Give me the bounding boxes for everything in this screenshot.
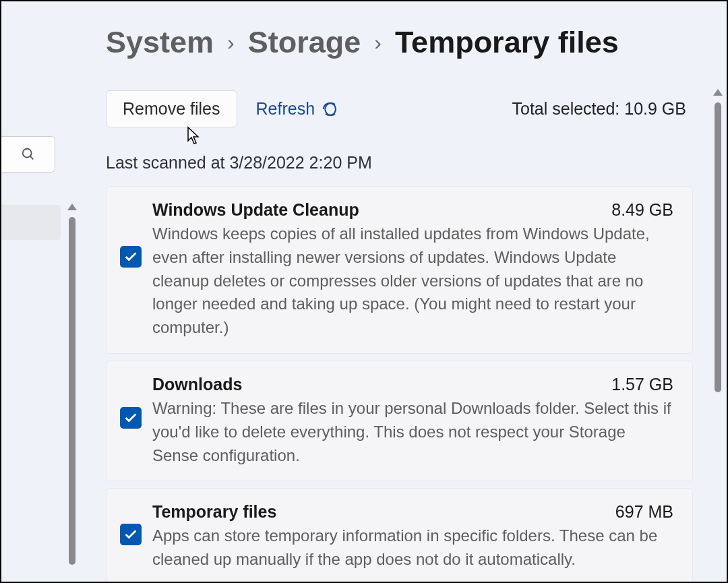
- toolbar: Remove files Refresh Total selected: 10.…: [106, 90, 693, 127]
- item-title: Downloads: [152, 375, 242, 394]
- checkbox[interactable]: [120, 407, 142, 429]
- item-description: Warning: These are files in your persona…: [152, 397, 673, 467]
- scrollbar-vertical[interactable]: [713, 89, 723, 561]
- item-description: Windows keeps copies of all installed up…: [152, 222, 673, 340]
- chevron-right-icon: ›: [227, 30, 235, 55]
- breadcrumb: System › Storage › Temporary files: [106, 25, 693, 60]
- breadcrumb-storage[interactable]: Storage: [248, 25, 361, 60]
- checkbox[interactable]: [120, 524, 142, 545]
- last-scanned-text: Last scanned at 3/28/2022 2:20 PM: [106, 153, 693, 173]
- refresh-button[interactable]: Refresh: [256, 99, 338, 119]
- sidebar-selected-item[interactable]: [1, 205, 61, 240]
- cleanup-item-downloads[interactable]: Downloads 1.57 GB Warning: These are fil…: [106, 361, 693, 481]
- item-description: Apps can store temporary information in …: [152, 524, 673, 572]
- item-size: 8.49 GB: [611, 200, 673, 220]
- item-body: Temporary files 697 MB Apps can store te…: [152, 502, 673, 572]
- sidebar-scrollbar[interactable]: [67, 204, 77, 567]
- item-body: Windows Update Cleanup 8.49 GB Windows k…: [152, 200, 673, 340]
- total-selected: Total selected: 10.9 GB: [512, 99, 686, 119]
- breadcrumb-temporary-files: Temporary files: [395, 25, 619, 60]
- item-size: 697 MB: [615, 502, 673, 522]
- scrollbar-arrow-up-icon[interactable]: [67, 204, 77, 210]
- chevron-right-icon: ›: [374, 30, 382, 55]
- cleanup-item-temporary-files[interactable]: Temporary files 697 MB Apps can store te…: [106, 488, 693, 583]
- remove-files-button[interactable]: Remove files: [106, 90, 237, 127]
- refresh-icon: [322, 101, 338, 117]
- checkbox[interactable]: [120, 246, 142, 268]
- search-icon: [21, 147, 36, 162]
- item-size: 1.57 GB: [611, 375, 673, 394]
- refresh-label: Refresh: [256, 99, 315, 119]
- check-icon: [123, 527, 138, 542]
- scrollbar-arrow-up-icon[interactable]: [713, 89, 723, 96]
- item-body: Downloads 1.57 GB Warning: These are fil…: [152, 375, 673, 467]
- scrollbar-thumb[interactable]: [715, 102, 721, 392]
- svg-line-1: [30, 156, 33, 160]
- scrollbar-thumb[interactable]: [69, 217, 75, 565]
- breadcrumb-system[interactable]: System: [106, 25, 214, 60]
- item-title: Temporary files: [152, 502, 276, 522]
- svg-point-0: [22, 149, 31, 158]
- check-icon: [123, 249, 138, 264]
- search-box[interactable]: [1, 136, 55, 173]
- item-title: Windows Update Cleanup: [152, 200, 359, 220]
- check-icon: [123, 410, 138, 425]
- cleanup-item-windows-update[interactable]: Windows Update Cleanup 8.49 GB Windows k…: [106, 186, 693, 354]
